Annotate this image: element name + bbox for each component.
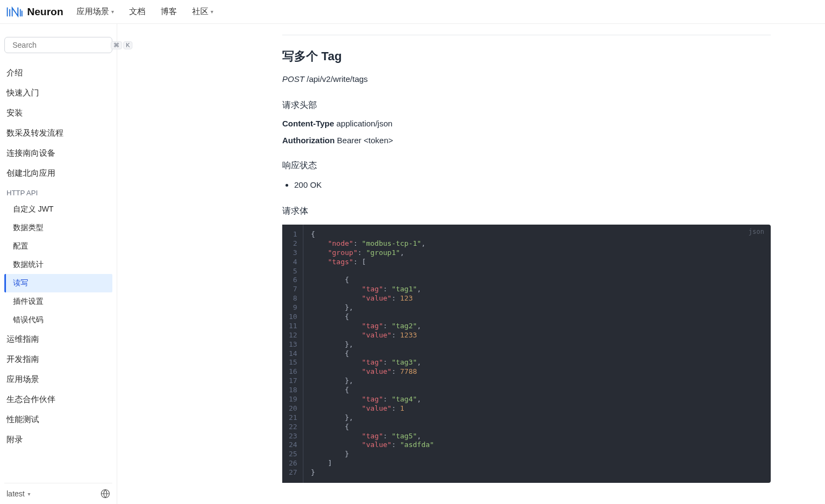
sidebar-item[interactable]: 附录 xyxy=(4,430,112,450)
sidebar-item[interactable]: 开发指南 xyxy=(4,349,112,369)
nav-link[interactable]: 应用场景▾ xyxy=(77,7,114,17)
nav-link[interactable]: 社区▾ xyxy=(192,7,213,17)
code-content: { "node": "modbus-tcp-1", "group": "grou… xyxy=(303,225,771,483)
brand-text: Neuron xyxy=(27,6,64,18)
code-lang-tag: json xyxy=(748,228,764,237)
sidebar-list: 介绍快速入门安装数采及转发流程连接南向设备创建北向应用HTTP API自定义 J… xyxy=(4,63,112,483)
sidebar-item[interactable]: 应用场景 xyxy=(4,369,112,390)
sidebar-item[interactable]: 性能测试 xyxy=(4,410,112,430)
header-authorization: Authorization Bearer <token> xyxy=(282,136,771,145)
sidebar-item[interactable]: 创建北向应用 xyxy=(4,163,112,183)
http-method: POST xyxy=(282,74,304,84)
sidebar: ⌘ K 介绍快速入门安装数采及转发流程连接南向设备创建北向应用HTTP API自… xyxy=(0,24,117,504)
sidebar-sub-item[interactable]: 自定义 JWT xyxy=(4,200,112,219)
chevron-down-icon: ▾ xyxy=(28,491,30,497)
globe-icon[interactable] xyxy=(100,489,110,499)
search-box[interactable]: ⌘ K xyxy=(4,37,112,53)
sidebar-sub-item[interactable]: 错误代码 xyxy=(4,311,112,329)
sidebar-item[interactable]: 介绍 xyxy=(4,63,112,83)
section-response-status: 响应状态 xyxy=(282,160,771,171)
version-label: latest xyxy=(7,489,24,498)
section-request-body: 请求体 xyxy=(282,206,771,217)
brand[interactable]: Neuron xyxy=(7,6,64,18)
sidebar-sub-item[interactable]: 插件设置 xyxy=(4,292,112,311)
section-request-headers: 请求头部 xyxy=(282,100,771,111)
header-val: Bearer <token> xyxy=(337,136,393,145)
header-key: Content-Type xyxy=(282,119,334,128)
sidebar-item[interactable]: 连接南向设备 xyxy=(4,143,112,163)
http-path: /api/v2/write/tags xyxy=(307,74,368,84)
sidebar-sub-item[interactable]: 读写 xyxy=(4,274,112,292)
status-list: 200 OK xyxy=(282,179,771,190)
main-content: 写多个 Tag POST /api/v2/write/tags 请求头部 Con… xyxy=(117,24,825,504)
status-item: 200 OK xyxy=(294,179,771,190)
page-title: 写多个 Tag xyxy=(282,48,771,65)
nav-link[interactable]: 文档 xyxy=(129,7,145,17)
sidebar-section-header: HTTP API xyxy=(4,183,112,200)
header-key: Authorization xyxy=(282,136,335,145)
divider xyxy=(282,35,771,35)
endpoint-line: POST /api/v2/write/tags xyxy=(282,74,771,84)
header-content-type: Content-Type application/json xyxy=(282,119,771,128)
code-block: json 12345678910111213141516171819202122… xyxy=(282,225,771,483)
sidebar-item[interactable]: 快速入门 xyxy=(4,83,112,103)
nav-links: 应用场景▾文档博客社区▾ xyxy=(77,7,213,17)
neuron-logo-icon xyxy=(7,7,23,17)
sidebar-sub-item[interactable]: 配置 xyxy=(4,237,112,256)
code-gutter: 1234567891011121314151617181920212223242… xyxy=(282,225,303,483)
sidebar-item[interactable]: 数采及转发流程 xyxy=(4,123,112,143)
sidebar-footer: latest ▾ xyxy=(4,483,112,504)
sidebar-item[interactable]: 生态合作伙伴 xyxy=(4,390,112,410)
top-navbar: Neuron 应用场景▾文档博客社区▾ xyxy=(0,0,825,24)
search-input[interactable] xyxy=(12,41,107,49)
sidebar-sub-item[interactable]: 数据类型 xyxy=(4,219,112,237)
chevron-down-icon: ▾ xyxy=(211,9,213,15)
sidebar-sub-item[interactable]: 数据统计 xyxy=(4,256,112,274)
chevron-down-icon: ▾ xyxy=(111,9,114,15)
nav-link[interactable]: 博客 xyxy=(161,7,177,17)
header-val: application/json xyxy=(337,119,392,128)
sidebar-item[interactable]: 安装 xyxy=(4,103,112,123)
version-select[interactable]: latest ▾ xyxy=(7,489,30,498)
sidebar-item[interactable]: 运维指南 xyxy=(4,329,112,349)
